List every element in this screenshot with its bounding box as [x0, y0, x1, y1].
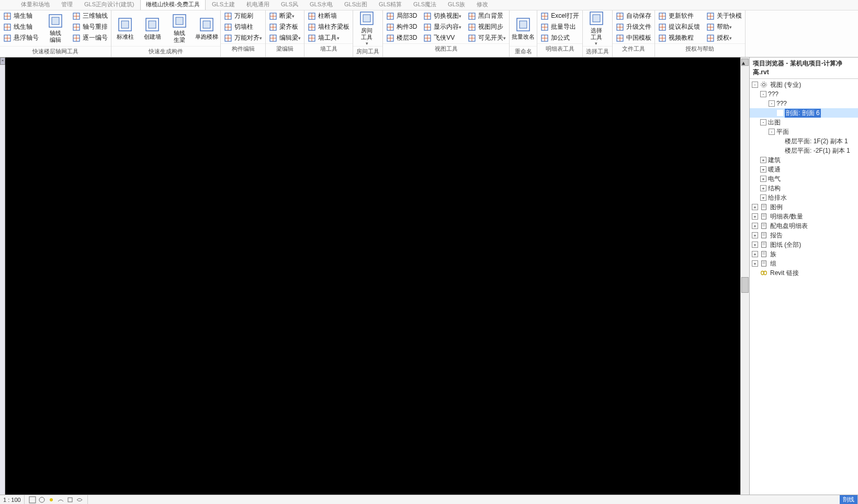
tree-expander-icon[interactable]: + — [752, 232, 758, 238]
btn-room-tools[interactable]: 房间 工具 — [353, 10, 380, 46]
ribbon-tab[interactable]: 橄榄山快模-免费工具 — [140, 0, 206, 10]
btn-local-3d[interactable]: 局部3D — [383, 10, 420, 21]
tree-node[interactable]: -??? — [750, 89, 858, 99]
tree-expander-icon[interactable]: + — [760, 166, 766, 173]
tree-expander-icon[interactable]: + — [752, 204, 758, 210]
btn-axis-edit[interactable]: 轴线编辑 — [42, 10, 69, 46]
btn-stairs[interactable]: 单跑楼梯 — [193, 10, 220, 46]
btn-visibility[interactable]: 可见开关 — [465, 32, 509, 43]
tree-expander-icon[interactable]: + — [752, 223, 758, 229]
ribbon-tab[interactable]: GLS精算 — [374, 0, 407, 10]
ribbon-tab[interactable]: 体量和场地 — [16, 0, 55, 10]
tree-expander-icon[interactable]: - — [760, 91, 766, 97]
tree-expander-icon[interactable] — [752, 270, 758, 276]
btn-floor-3d[interactable]: 楼层3D — [383, 32, 420, 43]
btn-china-template[interactable]: 中国模板 — [613, 32, 654, 43]
shadow-icon[interactable] — [57, 496, 64, 503]
palette-knob[interactable]: × — [0, 58, 5, 65]
btn-axis-number[interactable]: 逐一编号 — [69, 32, 111, 43]
tree-expander-icon[interactable]: - — [769, 129, 775, 135]
btn-beam-align-slab[interactable]: 梁齐板 — [266, 21, 304, 32]
btn-element-3d[interactable]: 构件3D — [383, 21, 420, 32]
btn-3d-axis[interactable]: 三维轴线 — [69, 10, 111, 21]
tree-expander-icon[interactable] — [777, 138, 783, 144]
project-browser-tree[interactable]: -视图 (专业)-???-???剖面: 剖面 6-出图-平面楼层平面: 1F(2… — [750, 79, 858, 504]
status-zoom[interactable]: 1 : 100 — [0, 495, 25, 504]
status-right[interactable]: 剖线 — [840, 495, 858, 504]
tree-node[interactable]: 剖面: 剖面 6 — [750, 108, 858, 118]
ribbon-tab[interactable]: GLS风 — [276, 0, 303, 10]
ribbon-tab[interactable]: GLS水电 — [304, 0, 338, 10]
btn-batch-export[interactable]: 批量导出 — [537, 21, 582, 32]
tree-node[interactable]: +明细表/数量 — [750, 212, 858, 221]
ribbon-tab[interactable]: 修改 — [471, 0, 493, 10]
tree-expander-icon[interactable]: + — [752, 242, 758, 248]
btn-video[interactable]: 视频教程 — [655, 32, 703, 43]
tree-node[interactable]: +电气 — [750, 174, 858, 184]
tree-expander-icon[interactable]: + — [760, 176, 766, 182]
ribbon-tab[interactable]: GLS魔法 — [408, 0, 442, 10]
tree-expander-icon[interactable] — [777, 147, 783, 154]
tree-node[interactable]: +结构 — [750, 184, 858, 193]
tree-node[interactable]: +给排水 — [750, 193, 858, 202]
tree-node[interactable]: +建筑 — [750, 155, 858, 165]
btn-select-tools[interactable]: 选择 工具 — [583, 10, 610, 46]
btn-align[interactable]: 万能对齐 — [221, 32, 265, 43]
tree-expander-icon[interactable]: + — [760, 194, 766, 201]
btn-axis-rearrange[interactable]: 轴号重排 — [69, 21, 111, 32]
drawing-viewport[interactable] — [5, 58, 740, 504]
btn-about[interactable]: 关于快模 — [703, 10, 745, 21]
tree-node[interactable]: -平面 — [750, 127, 858, 136]
tree-expander-icon[interactable]: + — [760, 185, 766, 191]
btn-feixia-vv[interactable]: 飞侠VV — [420, 32, 465, 43]
ribbon-tab[interactable]: GLS出图 — [339, 0, 372, 10]
tree-expander-icon[interactable]: + — [760, 157, 766, 163]
tree-expander-icon[interactable] — [777, 110, 783, 116]
tree-expander-icon[interactable]: + — [752, 213, 758, 220]
btn-col-break-wall[interactable]: 柱断墙 — [304, 10, 353, 21]
tree-node[interactable]: -视图 (专业) — [750, 80, 858, 89]
btn-wall-axis[interactable]: 墙生轴 — [0, 10, 42, 21]
tree-expander-icon[interactable]: - — [752, 82, 758, 88]
tree-node[interactable]: +图纸 (全部) — [750, 240, 858, 249]
viewport-scrollbar[interactable]: ▴ ▾ — [740, 58, 749, 504]
left-palette-strip[interactable]: × — [0, 58, 5, 504]
btn-update[interactable]: 更新软件 — [655, 10, 703, 21]
btn-cut-wall-col[interactable]: 切墙柱 — [221, 21, 265, 32]
btn-std-column[interactable]: 标准柱 — [111, 10, 139, 46]
crop-icon[interactable] — [66, 496, 74, 503]
btn-switch-view[interactable]: 切换视图 — [420, 10, 465, 21]
sun-path-icon[interactable] — [48, 496, 55, 503]
btn-wall-tools[interactable]: 墙工具 — [304, 32, 353, 43]
tree-node[interactable]: +族 — [750, 249, 858, 259]
visual-style-icon[interactable] — [38, 496, 46, 503]
btn-create-wall[interactable]: 创建墙 — [139, 10, 166, 46]
tree-expander-icon[interactable]: + — [752, 251, 758, 257]
tree-node[interactable]: 楼层平面: -2F(1) 副本 1 — [750, 146, 858, 155]
btn-autosave[interactable]: 自动保存 — [613, 10, 654, 21]
btn-batch-rename[interactable]: 批量改名 — [510, 10, 537, 46]
tree-expander-icon[interactable]: - — [769, 100, 775, 107]
tree-node[interactable]: -出图 — [750, 118, 858, 127]
ribbon-tab[interactable]: 机电通用 — [241, 0, 275, 10]
btn-upgrade[interactable]: 升级文件 — [613, 21, 654, 32]
btn-float-axis[interactable]: 悬浮轴号 — [0, 32, 42, 43]
tree-node[interactable]: -??? — [750, 99, 858, 108]
tree-node[interactable]: +组 — [750, 259, 858, 268]
tree-expander-icon[interactable]: + — [752, 260, 758, 267]
btn-feedback[interactable]: 提议和反馈 — [655, 21, 703, 32]
btn-wall-col-align[interactable]: 墙柱齐梁板 — [304, 21, 353, 32]
tree-node[interactable]: +图例 — [750, 202, 858, 212]
hide-icon[interactable] — [76, 496, 83, 503]
ribbon-tab[interactable]: 管理 — [56, 0, 78, 10]
ribbon-tab[interactable]: GLS土建 — [207, 0, 240, 10]
detail-level-icon[interactable] — [29, 496, 36, 503]
tree-node[interactable]: +配电盘明细表 — [750, 221, 858, 231]
btn-edit-beam[interactable]: 编辑梁 — [266, 32, 304, 43]
btn-line-axis[interactable]: 线生轴 — [0, 21, 42, 32]
status-icons[interactable] — [25, 495, 88, 504]
scroll-thumb[interactable] — [741, 277, 749, 293]
btn-view-sync[interactable]: 视图同步 — [465, 21, 509, 32]
btn-axis-beam[interactable]: 轴线 生梁 — [166, 10, 193, 46]
ribbon-tab[interactable]: GLS正向设计(建筑) — [79, 0, 139, 10]
